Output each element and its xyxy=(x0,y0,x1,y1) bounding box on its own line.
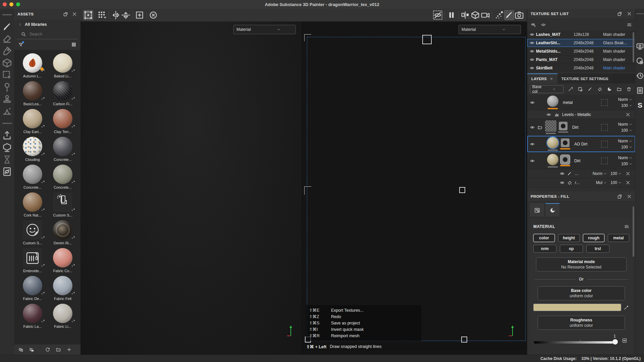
particles-button[interactable] xyxy=(494,10,504,20)
layer-thumbnail[interactable] xyxy=(547,96,558,107)
clone-source-tool[interactable] xyxy=(1,81,13,93)
layer-reference-box[interactable] xyxy=(601,141,608,147)
blend-mode-dropdown[interactable]: Norm xyxy=(618,139,633,143)
base-color-button[interactable]: Base color uniform color xyxy=(538,286,625,300)
slider-reset-icon[interactable] xyxy=(622,338,627,343)
opacity-dropdown[interactable]: 100 xyxy=(610,171,622,176)
asset-item[interactable]: Concrete... xyxy=(48,137,78,165)
sort-icon[interactable] xyxy=(624,224,629,229)
asset-item[interactable]: Embroide... xyxy=(17,248,48,276)
roughness-slider-track[interactable] xyxy=(534,341,616,344)
layer-visibility-icon[interactable] xyxy=(530,125,535,130)
asset-item[interactable]: Fabric De... xyxy=(17,276,48,304)
mesh-display-button[interactable] xyxy=(470,10,480,20)
quick-mask-toggle-button[interactable] xyxy=(433,10,443,20)
blend-mode-dropdown[interactable]: Mul xyxy=(596,180,607,185)
asset-item[interactable]: Concrete... xyxy=(17,165,48,192)
tab-layers[interactable]: LAYERS xyxy=(527,73,557,83)
layer-visibility-icon[interactable] xyxy=(530,100,535,105)
asset-item[interactable]: Fabric La... xyxy=(17,304,48,331)
roughness-slider-knob[interactable] xyxy=(612,339,618,345)
remove-effect-icon[interactable] xyxy=(625,180,631,185)
selection-handle[interactable] xyxy=(461,337,467,343)
visibility-eye-icon[interactable] xyxy=(529,40,535,46)
viewport-3d[interactable]: Material xyxy=(80,21,302,355)
view2d-mode-dropdown[interactable]: Material xyxy=(459,25,521,34)
export-button[interactable] xyxy=(1,129,13,141)
opacity-dropdown[interactable]: 100 xyxy=(621,162,633,166)
substance-share-button[interactable]: S xyxy=(636,98,644,113)
base-color-swatch[interactable] xyxy=(533,304,621,311)
folder-icon[interactable] xyxy=(537,125,543,130)
channel-rough-button[interactable]: rough xyxy=(583,234,604,242)
opacity-dropdown[interactable]: 100 xyxy=(621,103,633,108)
add-mask-icon[interactable] xyxy=(607,86,612,92)
asset-item[interactable]: Cork Nat... xyxy=(17,192,48,220)
layer-visibility-icon[interactable] xyxy=(530,141,535,147)
texture-set-shader[interactable]: Main shader xyxy=(603,32,633,37)
blend-mode-dropdown[interactable]: Norm xyxy=(593,171,607,176)
eyedropper-icon[interactable] xyxy=(624,305,629,310)
shader-settings-button[interactable] xyxy=(636,54,644,68)
asset-thumbnail[interactable] xyxy=(53,165,72,184)
asset-item[interactable]: Concrete... xyxy=(48,165,78,192)
channel-height-button[interactable]: height xyxy=(558,234,580,242)
paint-mode-button[interactable] xyxy=(504,10,514,20)
asset-item[interactable]: Custom S... xyxy=(48,192,78,220)
split-view-button[interactable] xyxy=(460,10,470,20)
layer-row[interactable]: metal Norm100 xyxy=(527,95,635,110)
geometry-fill-tool[interactable] xyxy=(1,57,13,69)
mirror-horizontal-button[interactable] xyxy=(111,10,121,20)
asset-item[interactable]: Clouding xyxy=(17,137,48,165)
new-folder-icon[interactable] xyxy=(56,347,61,352)
filter-funnel-icon[interactable] xyxy=(18,42,23,47)
blend-mode-dropdown[interactable]: Norm xyxy=(618,122,633,127)
all-libraries-row[interactable]: All libraries xyxy=(14,19,80,29)
list-folder-view-icon[interactable] xyxy=(29,347,34,352)
asset-thumbnail[interactable] xyxy=(23,220,42,240)
layer-reference-box[interactable] xyxy=(601,158,608,164)
effect-visibility-icon[interactable] xyxy=(559,180,565,185)
channel-op-button[interactable]: op xyxy=(560,245,583,253)
bake-button[interactable] xyxy=(1,141,13,154)
asset-thumbnail[interactable] xyxy=(23,304,42,323)
asset-thumbnail[interactable] xyxy=(53,304,72,323)
asset-item[interactable]: Denim Ri... xyxy=(48,220,78,248)
layer-row[interactable]: AO Dirt Norm100 xyxy=(527,136,635,153)
channel-trsl-button[interactable]: trsl xyxy=(586,245,609,253)
opacity-dropdown[interactable]: 100 xyxy=(621,128,633,133)
close-icon[interactable] xyxy=(549,77,553,81)
texture-set-row[interactable]: MetalShlds... 2048x2048 Main shader xyxy=(527,47,635,56)
toggle-all-visibility-icon[interactable] xyxy=(531,22,536,27)
screenshot-button[interactable] xyxy=(514,10,524,20)
layer-mask-thumbnail[interactable] xyxy=(559,122,568,130)
layer-reference-box[interactable] xyxy=(601,124,608,131)
asset-item[interactable]: Clay Terr... xyxy=(48,109,78,137)
visibility-eye-icon[interactable] xyxy=(529,32,535,37)
channel-color-button[interactable]: color xyxy=(533,234,555,242)
layer-row[interactable]: Dirt Norm100 xyxy=(527,153,635,169)
asset-thumbnail[interactable] xyxy=(23,137,42,156)
asset-thumbnail[interactable] xyxy=(53,248,72,267)
asset-item[interactable]: Carbon Fi... xyxy=(48,81,78,109)
channel-metal-button[interactable]: metal xyxy=(608,234,629,242)
grid-view-icon[interactable] xyxy=(71,42,76,47)
tab-material-properties[interactable] xyxy=(545,203,559,217)
selection-tool-button[interactable] xyxy=(83,10,93,20)
asset-thumbnail[interactable] xyxy=(53,81,72,101)
remove-effect-icon[interactable] xyxy=(625,112,631,117)
asset-thumbnail[interactable] xyxy=(23,192,42,212)
log-button[interactable] xyxy=(636,83,644,98)
selection-handle[interactable] xyxy=(459,187,465,193)
scrollbar[interactable] xyxy=(633,32,634,62)
add-folder-icon[interactable] xyxy=(616,86,622,92)
resource-updater-button[interactable] xyxy=(1,166,13,178)
asset-thumbnail[interactable] xyxy=(53,137,72,156)
polygon-fill-tool[interactable] xyxy=(1,69,13,81)
close-icon[interactable] xyxy=(627,194,632,199)
list-options-icon[interactable] xyxy=(627,22,632,27)
asset-thumbnail[interactable] xyxy=(23,248,42,267)
visibility-eye-icon[interactable] xyxy=(529,65,535,71)
asset-thumbnail[interactable] xyxy=(23,276,42,295)
asset-thumbnail[interactable] xyxy=(53,192,72,212)
